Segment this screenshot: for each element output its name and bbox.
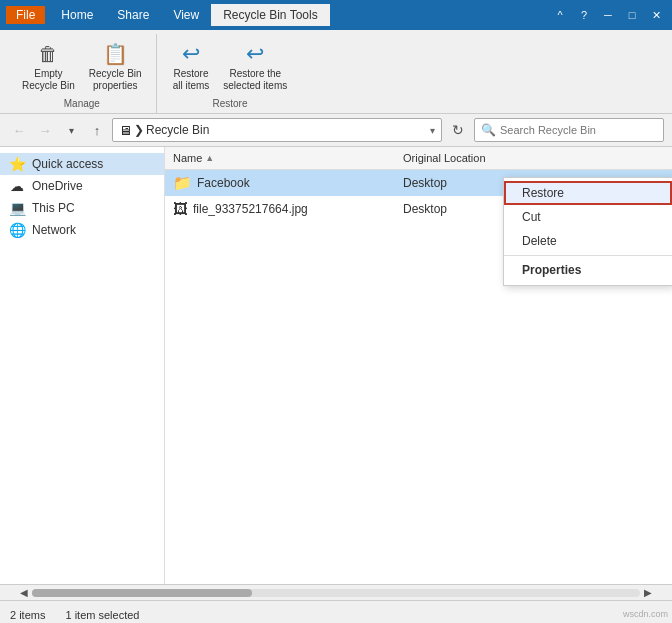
sort-arrow-name: ▲: [205, 153, 214, 163]
tab-share[interactable]: Share: [105, 4, 161, 26]
context-menu-separator: [504, 255, 672, 256]
restore-all-icon: ↩: [177, 40, 205, 68]
context-menu: Restore Cut Delete Properties: [503, 177, 672, 286]
sidebar-item-onedrive[interactable]: ☁ OneDrive: [0, 175, 164, 197]
empty-recycle-bin-button[interactable]: 🗑 EmptyRecycle Bin: [16, 36, 81, 96]
quick-access-icon: ⭐: [8, 156, 26, 172]
status-bar: 2 items 1 item selected wscdn.com: [0, 600, 672, 623]
ribbon-group-restore: ↩ Restoreall items ↩ Restore theselected…: [159, 34, 302, 113]
file-name-jpg: 🖼 file_93375217664.jpg: [165, 198, 395, 219]
recycle-bin-properties-icon: 📋: [101, 40, 129, 68]
empty-recycle-bin-label: EmptyRecycle Bin: [22, 68, 75, 92]
file-tab[interactable]: File: [6, 6, 45, 24]
restore-selected-icon: ↩: [241, 40, 269, 68]
column-header-name[interactable]: Name ▲: [165, 150, 395, 166]
scroll-left-button[interactable]: ◀: [16, 585, 32, 601]
onedrive-label: OneDrive: [32, 179, 83, 193]
ribbon-groups: 🗑 EmptyRecycle Bin 📋 Recycle Binproperti…: [0, 34, 672, 113]
scrollbar-track: [32, 589, 640, 597]
item-count-label: 2 items: [10, 609, 45, 621]
sidebar-item-this-pc[interactable]: 💻 This PC: [0, 197, 164, 219]
tab-view[interactable]: View: [161, 4, 211, 26]
network-icon: 🌐: [8, 222, 26, 238]
column-headers: Name ▲ Original Location: [165, 147, 672, 170]
search-input[interactable]: [500, 124, 657, 136]
sidebar-item-quick-access[interactable]: ⭐ Quick access: [0, 153, 164, 175]
quick-access-label: Quick access: [32, 157, 103, 171]
tab-recycle-bin-tools[interactable]: Recycle Bin Tools: [211, 4, 330, 26]
context-menu-restore[interactable]: Restore: [504, 181, 672, 205]
main-area: ⭐ Quick access ☁ OneDrive 💻 This PC 🌐 Ne…: [0, 147, 672, 584]
restore-selected-items-button[interactable]: ↩ Restore theselected items: [217, 36, 293, 96]
file-name-facebook: 📁 Facebook: [165, 172, 395, 194]
empty-recycle-bin-icon: 🗑: [34, 40, 62, 68]
address-breadcrumb: 🖥 ❯ Recycle Bin: [119, 123, 422, 138]
manage-buttons: 🗑 EmptyRecycle Bin 📋 Recycle Binproperti…: [16, 36, 148, 96]
restore-all-items-button[interactable]: ↩ Restoreall items: [167, 36, 216, 96]
address-bar: ← → ▾ ↑ 🖥 ❯ Recycle Bin ▾ ↻ 🔍: [0, 114, 672, 147]
close-btn[interactable]: ✕: [646, 5, 666, 25]
watermark: wscdn.com: [623, 609, 668, 619]
sidebar-item-network[interactable]: 🌐 Network: [0, 219, 164, 241]
file-location-label: Desktop: [403, 202, 447, 216]
this-pc-label: This PC: [32, 201, 75, 215]
ribbon-tabs: Home Share View Recycle Bin Tools: [49, 4, 550, 26]
file-location-label: Desktop: [403, 176, 447, 190]
onedrive-icon: ☁: [8, 178, 26, 194]
horizontal-scrollbar[interactable]: ◀ ▶: [0, 584, 672, 600]
recycle-bin-properties-button[interactable]: 📋 Recycle Binproperties: [83, 36, 148, 96]
address-current-folder: Recycle Bin: [146, 123, 209, 137]
scrollbar-thumb[interactable]: [32, 589, 252, 597]
this-pc-icon: 💻: [8, 200, 26, 216]
ribbon-group-manage: 🗑 EmptyRecycle Bin 📋 Recycle Binproperti…: [8, 34, 157, 113]
window-controls: ^ ? ─ □ ✕: [550, 5, 666, 25]
address-location-text: ❯: [134, 123, 144, 137]
ribbon: 🗑 EmptyRecycle Bin 📋 Recycle Binproperti…: [0, 30, 672, 114]
file-name-label: Facebook: [197, 176, 250, 190]
title-bar: File Home Share View Recycle Bin Tools ^…: [0, 0, 672, 30]
file-area: Name ▲ Original Location 📁 Facebook Desk…: [165, 147, 672, 584]
forward-button[interactable]: →: [34, 119, 56, 141]
image-icon: 🖼: [173, 200, 188, 217]
file-name-label: file_93375217664.jpg: [193, 202, 308, 216]
search-icon: 🔍: [481, 123, 496, 137]
sidebar: ⭐ Quick access ☁ OneDrive 💻 This PC 🌐 Ne…: [0, 147, 165, 584]
selected-count-label: 1 item selected: [65, 609, 139, 621]
network-label: Network: [32, 223, 76, 237]
restore-group-label: Restore: [212, 98, 247, 109]
manage-group-label: Manage: [64, 98, 100, 109]
restore-selected-label: Restore theselected items: [223, 68, 287, 92]
refresh-button[interactable]: ↻: [446, 118, 470, 142]
address-folder-icon: 🖥: [119, 123, 132, 138]
location-header-label: Original Location: [403, 152, 486, 164]
back-button[interactable]: ←: [8, 119, 30, 141]
context-menu-properties[interactable]: Properties: [504, 258, 672, 282]
address-dropdown-icon[interactable]: ▾: [430, 125, 435, 136]
recent-locations-button[interactable]: ▾: [60, 119, 82, 141]
restore-buttons: ↩ Restoreall items ↩ Restore theselected…: [167, 36, 294, 96]
context-menu-delete[interactable]: Delete: [504, 229, 672, 253]
context-menu-cut[interactable]: Cut: [504, 205, 672, 229]
search-box[interactable]: 🔍: [474, 118, 664, 142]
minimize-btn[interactable]: ─: [598, 5, 618, 25]
scroll-right-button[interactable]: ▶: [640, 585, 656, 601]
up-button[interactable]: ↑: [86, 119, 108, 141]
collapse-ribbon-btn[interactable]: ^: [550, 5, 570, 25]
address-field[interactable]: 🖥 ❯ Recycle Bin ▾: [112, 118, 442, 142]
folder-icon: 📁: [173, 174, 192, 192]
help-btn[interactable]: ?: [574, 5, 594, 25]
maximize-btn[interactable]: □: [622, 5, 642, 25]
restore-all-label: Restoreall items: [173, 68, 210, 92]
name-header-label: Name: [173, 152, 202, 164]
recycle-bin-properties-label: Recycle Binproperties: [89, 68, 142, 92]
tab-home[interactable]: Home: [49, 4, 105, 26]
column-header-location[interactable]: Original Location: [395, 150, 672, 166]
